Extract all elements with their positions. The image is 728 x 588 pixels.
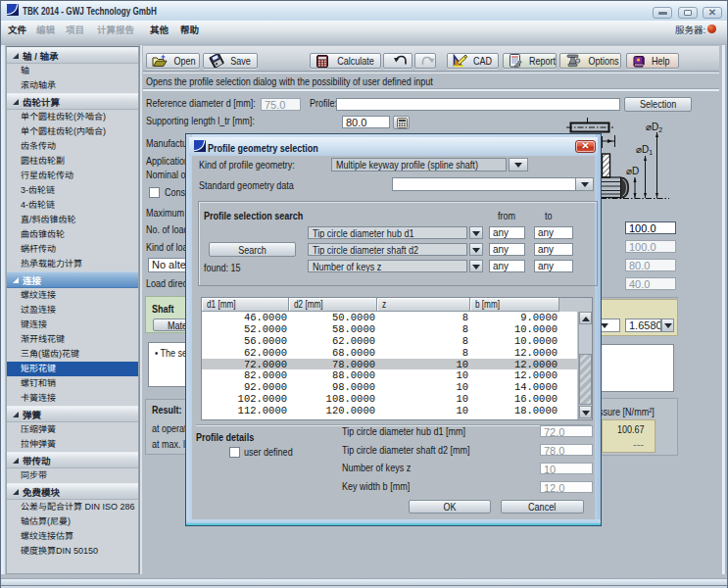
svg-text:⌀D: ⌀D (626, 166, 639, 176)
svg-text:⌀D2: ⌀D2 (646, 122, 662, 133)
svg-text:⌀D1: ⌀D1 (636, 144, 653, 156)
